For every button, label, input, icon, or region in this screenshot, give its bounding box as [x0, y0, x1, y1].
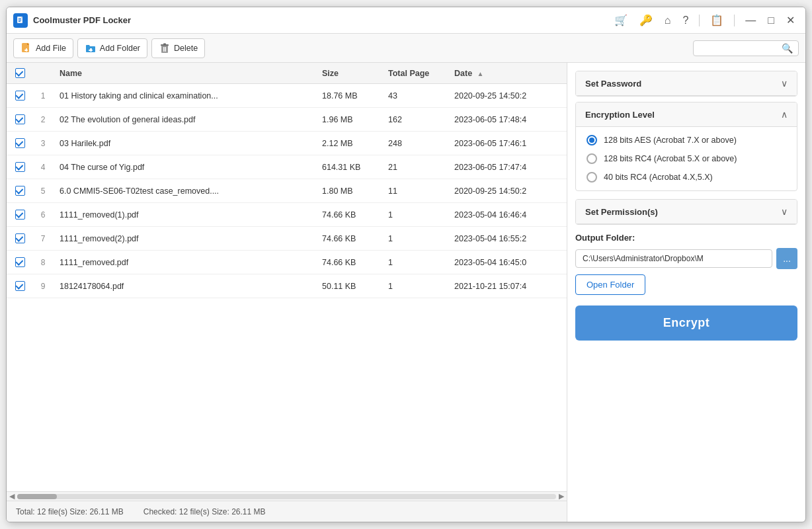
feedback-icon[interactable]: 📋: [706, 13, 727, 28]
add-file-button[interactable]: Add File: [13, 38, 73, 58]
row-date: 2020-09-25 14:50:2: [448, 84, 553, 108]
scroll-left-arrow[interactable]: ◀: [9, 492, 15, 501]
app-icon: [13, 13, 28, 28]
row-num: 6: [33, 203, 53, 227]
encryption-option[interactable]: 128 bits RC4 (Acrobat 5.X or above): [587, 153, 786, 164]
row-date: 2023-05-04 16:46:4: [448, 203, 553, 227]
add-folder-button[interactable]: Add Folder: [77, 38, 147, 58]
row-pages: 11: [382, 179, 448, 203]
row-size: 1.96 MB: [315, 108, 382, 132]
files-table: Name Size Total Page Date ▲: [7, 63, 567, 298]
file-list-area: Name Size Total Page Date ▲: [7, 63, 567, 522]
row-checkbox[interactable]: [15, 114, 25, 124]
output-folder-label: Output Folder:: [575, 233, 797, 243]
title-controls: 🛒 🔑 ⌂ ? 📋 — □ ✕: [610, 13, 799, 28]
row-date: 2021-10-21 15:07:4: [448, 274, 553, 298]
row-checkbox-cell[interactable]: [7, 274, 33, 298]
row-num: 2: [33, 108, 53, 132]
radio-label: 40 bits RC4 (Acrobat 4.X,5.X): [604, 173, 713, 182]
row-extra: [553, 179, 567, 203]
row-name: 18124178064.pdf: [53, 274, 315, 298]
row-checkbox-cell[interactable]: [7, 84, 33, 108]
set-permissions-header[interactable]: Set Permission(s) ∨: [576, 200, 797, 224]
encrypt-button[interactable]: Encrypt: [575, 305, 797, 341]
open-folder-button[interactable]: Open Folder: [575, 274, 645, 295]
row-pages: 1: [382, 274, 448, 298]
add-file-icon: [20, 42, 32, 54]
row-name: 1111_removed.pdf: [53, 251, 315, 274]
row-checkbox-cell[interactable]: [7, 179, 33, 203]
row-checkbox-cell[interactable]: [7, 132, 33, 155]
table-row: 7 1111_removed(2).pdf 74.66 KB 1 2023-05…: [7, 227, 567, 251]
row-checkbox[interactable]: [15, 162, 25, 172]
help-icon[interactable]: ?: [678, 13, 692, 28]
row-checkbox[interactable]: [15, 138, 25, 148]
col-checkbox[interactable]: [7, 63, 33, 84]
set-password-section: Set Password ∨: [575, 71, 797, 97]
scroll-track[interactable]: [17, 494, 556, 499]
app-title: Coolmuster PDF Locker: [33, 15, 610, 25]
svg-rect-2: [19, 20, 21, 20]
row-date: 2023-05-04 16:45:0: [448, 251, 553, 274]
table-row: 8 1111_removed.pdf 74.66 KB 1 2023-05-04…: [7, 251, 567, 274]
encryption-level-header[interactable]: Encryption Level ∧: [576, 102, 797, 127]
svg-rect-12: [163, 47, 165, 52]
row-checkbox[interactable]: [15, 210, 25, 220]
row-pages: 1: [382, 227, 448, 251]
row-checkbox-cell[interactable]: [7, 108, 33, 132]
set-password-header[interactable]: Set Password ∨: [576, 71, 797, 96]
key-icon[interactable]: 🔑: [635, 13, 657, 28]
table-row: 6 1111_removed(1).pdf 74.66 KB 1 2023-05…: [7, 203, 567, 227]
select-all-checkbox[interactable]: [15, 68, 25, 78]
svg-rect-1: [19, 19, 21, 19]
encryption-option[interactable]: 128 bits AES (Acrobat 7.X or above): [587, 135, 786, 145]
search-box[interactable]: 🔍: [693, 40, 799, 56]
radio-circle: [587, 172, 597, 183]
row-name: 03 Harilek.pdf: [53, 132, 315, 155]
row-pages: 21: [382, 155, 448, 179]
set-password-chevron: ∨: [781, 78, 788, 89]
cart-icon[interactable]: 🛒: [610, 13, 631, 28]
right-panel: Set Password ∨ Encryption Level ∧ 128 bi…: [567, 63, 805, 522]
row-name: 01 History taking and clinical examinati…: [53, 84, 315, 108]
search-input[interactable]: [699, 44, 782, 53]
row-extra: [553, 274, 567, 298]
maximize-button[interactable]: □: [764, 13, 778, 28]
row-name: 02 The evolution of general ideas.pdf: [53, 108, 315, 132]
browse-button[interactable]: ...: [776, 248, 797, 269]
col-name[interactable]: Name: [53, 63, 315, 84]
row-checkbox[interactable]: [15, 233, 25, 243]
table-row: 2 02 The evolution of general ideas.pdf …: [7, 108, 567, 132]
minimize-button[interactable]: —: [741, 13, 760, 28]
encryption-option[interactable]: 40 bits RC4 (Acrobat 4.X,5.X): [587, 172, 786, 183]
col-size[interactable]: Size: [315, 63, 382, 84]
row-extra: [553, 251, 567, 274]
row-checkbox[interactable]: [15, 281, 25, 291]
scroll-right-arrow[interactable]: ▶: [559, 492, 564, 501]
set-password-title: Set Password: [585, 79, 641, 89]
home-icon[interactable]: ⌂: [661, 13, 675, 28]
row-date: 2020-09-25 14:50:2: [448, 179, 553, 203]
table-row: 4 04 The curse of Yig.pdf 614.31 KB 21 2…: [7, 155, 567, 179]
table-row: 5 6.0 CMMI5-SE06-T02test case_removed...…: [7, 179, 567, 203]
file-table[interactable]: Name Size Total Page Date ▲: [7, 63, 567, 491]
col-date[interactable]: Date ▲: [448, 63, 553, 84]
row-name: 1111_removed(2).pdf: [53, 227, 315, 251]
row-checkbox[interactable]: [15, 186, 25, 196]
delete-button[interactable]: Delete: [151, 38, 205, 58]
horizontal-scrollbar[interactable]: ◀ ▶: [7, 491, 567, 501]
row-pages: 248: [382, 132, 448, 155]
row-checkbox-cell[interactable]: [7, 155, 33, 179]
row-pages: 1: [382, 203, 448, 227]
row-checkbox-cell[interactable]: [7, 203, 33, 227]
row-checkbox-cell[interactable]: [7, 227, 33, 251]
close-button[interactable]: ✕: [782, 13, 799, 28]
row-checkbox[interactable]: [15, 91, 25, 101]
row-date: 2023-05-04 16:55:2: [448, 227, 553, 251]
row-checkbox-cell[interactable]: [7, 251, 33, 274]
radio-circle: [587, 135, 597, 145]
row-checkbox[interactable]: [15, 257, 25, 267]
scroll-thumb[interactable]: [17, 494, 57, 499]
col-pages[interactable]: Total Page: [382, 63, 448, 84]
row-name: 6.0 CMMI5-SE06-T02test case_removed....: [53, 179, 315, 203]
